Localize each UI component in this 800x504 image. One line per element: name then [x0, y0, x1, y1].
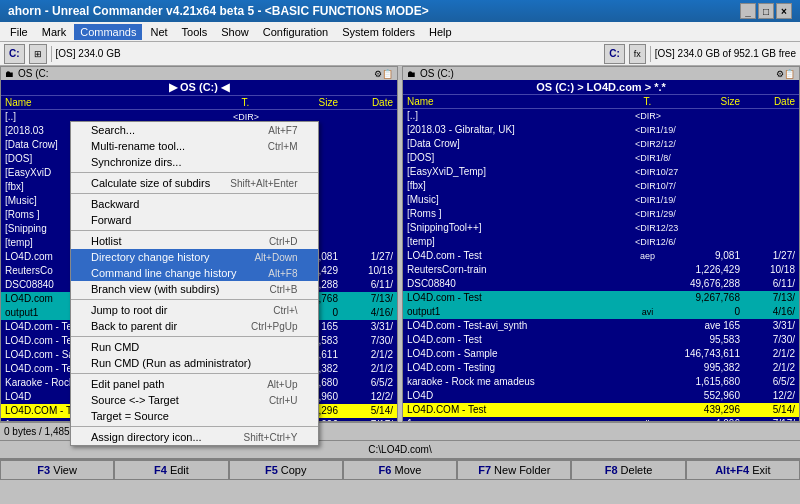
file-row[interactable]: LO4D.com - Testing995,3822/1/2 — [403, 361, 799, 375]
file-row[interactable]: [..]<DIR> — [403, 109, 799, 123]
file-date: 3/31/ — [338, 320, 393, 334]
file-type: avi — [635, 305, 660, 319]
file-date — [740, 193, 795, 207]
menu-system-folders[interactable]: System folders — [336, 24, 421, 40]
menu-source-target[interactable]: Source <-> Target Ctrl+U — [71, 392, 318, 408]
file-row[interactable]: DSC0884049,676,2886/11/ — [403, 277, 799, 291]
file-row[interactable]: ReutersCorn-train1,226,42910/18 — [403, 263, 799, 277]
minimize-button[interactable]: _ — [740, 3, 756, 19]
menu-branch-view[interactable]: Branch view (with subdirs) Ctrl+B — [71, 281, 318, 297]
file-row[interactable]: karaoke - Rock me amadeus1,615,6806/5/2 — [403, 375, 799, 389]
left-drive-c[interactable]: C: — [4, 44, 25, 64]
file-name: 1 — [407, 417, 635, 421]
file-row[interactable]: LO4D.com - Sample146,743,6112/1/2 — [403, 347, 799, 361]
menu-hotlist[interactable]: Hotlist Ctrl+D — [71, 233, 318, 249]
file-date — [338, 222, 393, 236]
menu-run-cmd[interactable]: Run CMD — [71, 339, 318, 355]
menu-dir-change-history[interactable]: Directory change history Alt+Down — [71, 249, 318, 265]
file-size: ave 165 — [660, 319, 740, 333]
maximize-button[interactable]: □ — [758, 3, 774, 19]
file-date: 7/13/ — [338, 292, 393, 306]
file-name: [EasyXviD_Temp] — [407, 165, 635, 179]
left-drive-extra[interactable]: ⊞ — [29, 44, 47, 64]
menu-forward[interactable]: Forward — [71, 212, 318, 228]
menu-mark[interactable]: Mark — [36, 24, 72, 40]
menu-configuration[interactable]: Configuration — [257, 24, 334, 40]
f6-move-button[interactable]: F6 Move — [343, 460, 457, 480]
file-size — [660, 235, 740, 249]
file-row[interactable]: [fbx]<DIR10/7/ — [403, 179, 799, 193]
file-type: <DIR12/23 — [635, 221, 660, 235]
menu-net[interactable]: Net — [144, 24, 173, 40]
file-row[interactable]: LO4D552,96012/2/ — [403, 389, 799, 403]
file-name: LO4D.com - Test — [407, 291, 635, 305]
right-drive-c[interactable]: C: — [604, 44, 625, 64]
f8-delete-button[interactable]: F8 Delete — [571, 460, 685, 480]
menu-help[interactable]: Help — [423, 24, 458, 40]
f4-edit-button[interactable]: F4 Edit — [114, 460, 228, 480]
file-row[interactable]: LO4D.COM - Test439,2965/14/ — [403, 403, 799, 417]
file-row[interactable]: [Roms ]<DIR1/29/ — [403, 207, 799, 221]
title-text: ahorn - Unreal Commander v4.21x64 beta 5… — [8, 4, 429, 18]
file-row[interactable]: [EasyXviD_Temp]<DIR10/27 — [403, 165, 799, 179]
f5-copy-button[interactable]: F5 Copy — [229, 460, 343, 480]
menu-assign-dir-icon[interactable]: Assign directory icon... Shift+Ctrl+Y — [71, 429, 318, 445]
file-date — [740, 123, 795, 137]
file-date: 2/1/2 — [338, 362, 393, 376]
file-name: [fbx] — [407, 179, 635, 193]
menu-sync-dirs[interactable]: Synchronize dirs... — [71, 154, 318, 170]
menu-back-parent[interactable]: Back to parent dir Ctrl+PgUp — [71, 318, 318, 334]
file-type: <DIR10/7/ — [635, 179, 660, 193]
menu-commands[interactable]: Commands — [74, 24, 142, 40]
left-col-size: Size — [258, 97, 338, 108]
right-fx[interactable]: fx — [629, 44, 646, 64]
file-row[interactable]: LO4D.com - Test9,267,7687/13/ — [403, 291, 799, 305]
file-name: [SnippingTool++] — [407, 221, 635, 235]
file-row[interactable]: [Music]<DIR1/19/ — [403, 193, 799, 207]
file-date: 7/13/ — [740, 291, 795, 305]
menu-file[interactable]: File — [4, 24, 34, 40]
file-size — [660, 193, 740, 207]
menu-search[interactable]: Search... Alt+F7 — [71, 122, 318, 138]
file-row[interactable]: [DOS]<DIR1/8/ — [403, 151, 799, 165]
file-size: 0 — [660, 305, 740, 319]
menu-cmd-change-history[interactable]: Command line change history Alt+F8 — [71, 265, 318, 281]
file-name: LO4D.com - Sample — [407, 347, 635, 361]
f3-view-button[interactable]: F3 View — [0, 460, 114, 480]
file-date — [740, 151, 795, 165]
menu-target-source[interactable]: Target = Source — [71, 408, 318, 424]
left-col-date: Date — [338, 97, 393, 108]
file-row[interactable]: LO4D.com - Test-avi_synthave 1653/31/ — [403, 319, 799, 333]
file-row[interactable]: output1avi04/16/ — [403, 305, 799, 319]
file-row[interactable]: 1db4,0967/17/ — [403, 417, 799, 421]
right-panel-files[interactable]: [..]<DIR>[2018.03 - Gibraltar, UK]<DIR1/… — [403, 109, 799, 421]
file-name: [temp] — [407, 235, 635, 249]
menu-tools[interactable]: Tools — [176, 24, 214, 40]
window-controls[interactable]: _ □ × — [740, 3, 792, 19]
file-row[interactable]: [2018.03 - Gibraltar, UK]<DIR1/19/ — [403, 123, 799, 137]
left-path-info: [OS] 234.0 GB — [56, 48, 121, 59]
close-button[interactable]: × — [776, 3, 792, 19]
file-type: <DIR1/8/ — [635, 151, 660, 165]
menu-edit-panel-path[interactable]: Edit panel path Alt+Up — [71, 376, 318, 392]
menu-jump-root[interactable]: Jump to root dir Ctrl+\ — [71, 302, 318, 318]
file-type — [635, 319, 660, 333]
f7-new-folder-button[interactable]: F7 New Folder — [457, 460, 571, 480]
menu-run-cmd-admin[interactable]: Run CMD (Run as administrator) — [71, 355, 318, 371]
file-date: 5/14/ — [338, 404, 393, 418]
menu-show[interactable]: Show — [215, 24, 255, 40]
file-row[interactable]: [SnippingTool++]<DIR12/23 — [403, 221, 799, 235]
file-size: 1,615,680 — [660, 375, 740, 389]
file-row[interactable]: LO4D.com - Testaep9,0811/27/ — [403, 249, 799, 263]
file-date: 4/16/ — [338, 306, 393, 320]
file-row[interactable]: [Data Crow]<DIR2/12/ — [403, 137, 799, 151]
file-row[interactable]: LO4D.com - Test95,5837/30/ — [403, 333, 799, 347]
altf4-exit-button[interactable]: Alt+F4 Exit — [686, 460, 800, 480]
menu-multi-rename[interactable]: Multi-rename tool... Ctrl+M — [71, 138, 318, 154]
left-col-name: Name — [5, 97, 233, 108]
menu-backward[interactable]: Backward — [71, 196, 318, 212]
file-type: <DIR12/6/ — [635, 235, 660, 249]
right-path-info: [OS] 234.0 GB of 952.1 GB free — [655, 48, 796, 59]
menu-calc-size[interactable]: Calculate size of subdirs Shift+Alt+Ente… — [71, 175, 318, 191]
file-row[interactable]: [temp]<DIR12/6/ — [403, 235, 799, 249]
